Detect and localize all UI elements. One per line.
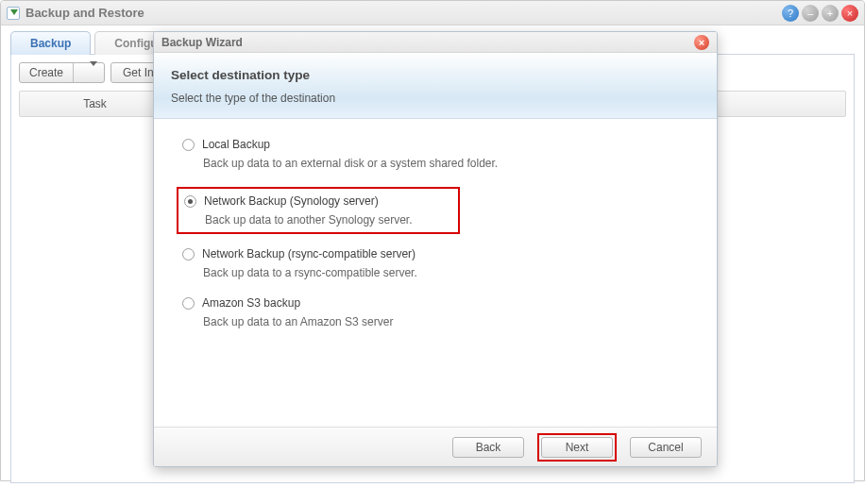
back-button[interactable]: Back bbox=[452, 437, 524, 458]
option-description: Back up data to another Synology server. bbox=[205, 213, 449, 227]
app-icon bbox=[7, 7, 20, 20]
create-button[interactable]: Create bbox=[19, 62, 105, 83]
highlight-annotation-next: Next bbox=[537, 433, 617, 462]
column-task[interactable]: Task bbox=[20, 92, 171, 116]
close-icon[interactable]: × bbox=[841, 5, 858, 22]
option-description: Back up data to an Amazon S3 server bbox=[203, 315, 688, 328]
dialog-heading: Select destination type bbox=[171, 68, 700, 82]
option-label: Network Backup (Synology server) bbox=[204, 194, 379, 208]
option-label: Local Backup bbox=[202, 138, 270, 151]
option-amazon-s3[interactable]: Amazon S3 backup Back up data to an Amaz… bbox=[182, 296, 688, 328]
option-local-backup[interactable]: Local Backup Back up data to an external… bbox=[182, 138, 688, 170]
option-network-synology[interactable]: Network Backup (Synology server) Back up… bbox=[184, 194, 449, 227]
minimize-icon[interactable]: – bbox=[802, 5, 819, 22]
cancel-button[interactable]: Cancel bbox=[630, 437, 702, 458]
dialog-header: Select destination type Select the type … bbox=[154, 53, 717, 119]
option-description: Back up data to an external disk or a sy… bbox=[203, 157, 688, 170]
radio-local-backup[interactable] bbox=[182, 139, 195, 151]
option-label: Network Backup (rsync-compatible server) bbox=[202, 247, 416, 260]
create-button-label: Create bbox=[20, 63, 74, 82]
dialog-subheading: Select the type of the destination bbox=[171, 92, 700, 105]
radio-amazon-s3[interactable] bbox=[182, 297, 195, 310]
dialog-body: Local Backup Back up data to an external… bbox=[154, 119, 717, 402]
option-label: Amazon S3 backup bbox=[202, 296, 300, 310]
dialog-close-icon[interactable]: × bbox=[694, 35, 709, 50]
window-controls: ? – + × bbox=[782, 5, 858, 22]
option-description: Back up data to a rsync-compatible serve… bbox=[203, 266, 688, 279]
backup-wizard-dialog: Backup Wizard × Select destination type … bbox=[153, 31, 718, 467]
help-icon[interactable]: ? bbox=[782, 5, 799, 22]
window-title: Backup and Restore bbox=[25, 6, 782, 20]
chevron-down-icon bbox=[90, 61, 97, 79]
create-button-dropdown[interactable] bbox=[77, 63, 104, 82]
next-button[interactable]: Next bbox=[541, 437, 613, 458]
radio-network-synology[interactable] bbox=[184, 195, 196, 208]
radio-network-rsync[interactable] bbox=[182, 248, 195, 260]
maximize-icon[interactable]: + bbox=[822, 5, 839, 22]
window-titlebar: Backup and Restore ? – + × bbox=[1, 1, 864, 25]
tab-backup[interactable]: Backup bbox=[10, 31, 91, 55]
option-network-rsync[interactable]: Network Backup (rsync-compatible server)… bbox=[182, 247, 688, 279]
dialog-title: Backup Wizard bbox=[161, 36, 243, 49]
dialog-titlebar: Backup Wizard × bbox=[154, 32, 717, 53]
highlight-annotation: Network Backup (Synology server) Back up… bbox=[177, 187, 460, 234]
dialog-footer: Back Next Cancel bbox=[154, 427, 717, 466]
